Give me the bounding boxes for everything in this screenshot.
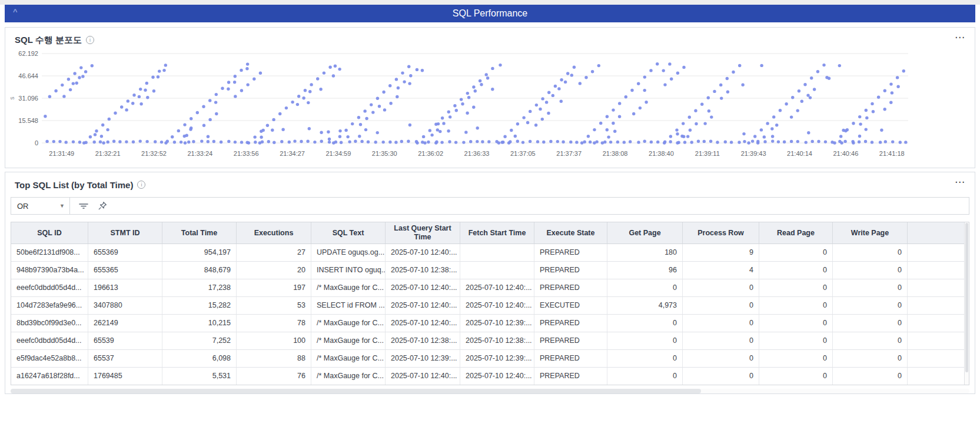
table-cell: e5f9dac4e52a8b8... [11,350,88,367]
y-axis-label: s [9,97,15,100]
svg-text:21:40:46: 21:40:46 [833,150,858,157]
table-cell: EXECUTED [534,297,607,314]
table-row[interactable]: 104d7283efa9e96...340788015,28253SELECT … [11,297,969,315]
column-header-write-page[interactable]: Write Page [833,222,908,243]
table-row[interactable]: 8bd39bc0f99d3e0...26214910,21578/* MaxGa… [11,315,969,332]
svg-text:21:41:18: 21:41:18 [879,150,905,157]
table-cell-filler [908,368,969,385]
table-cell: 180 [607,244,683,261]
table-cell: 262149 [88,315,162,332]
operator-select[interactable]: OR ▼ [11,198,70,214]
table-body: 50be6f2131df908...655369954,19727UPDATE … [11,244,969,385]
horizontal-scrollbar[interactable] [11,389,969,393]
table-cell: 2025-07-10 12:38:... [386,262,460,279]
table-cell: 0 [607,279,683,296]
column-header-get-page[interactable]: Get Page [607,222,683,243]
table-cell: 76 [237,368,311,385]
vertical-scrollbar[interactable] [964,222,969,385]
table-cell: 7,252 [162,332,237,349]
column-header-execute-state[interactable]: Execute State [534,222,607,243]
svg-text:21:31:49: 21:31:49 [49,150,74,157]
table-row[interactable]: eeefc0dbdd05d4d...655397,252100/* MaxGau… [11,332,969,350]
svg-text:21:36:02: 21:36:02 [418,150,443,157]
table-cell: 4 [683,262,759,279]
table-cell: 0 [607,368,683,385]
panel-menu-icon[interactable]: ⋯ [955,177,965,187]
table-panel-title: Top SQL List (by Total Time) [15,180,133,190]
column-header-process-row[interactable]: Process Row [683,222,759,243]
table-cell: /* MaxGauge for C... [311,315,386,332]
table-cell: /* MaxGauge for C... [311,350,386,367]
table-cell: PREPARED [534,279,607,296]
column-header-sql-text[interactable]: SQL Text [311,222,386,243]
table-cell: 15,282 [162,297,237,314]
top-sql-table: SQL IDSTMT IDTotal TimeExecutionsSQL Tex… [11,222,969,385]
table-cell: 2025-07-10 12:40:... [460,368,534,385]
table-cell: /* MaxGauge for C... [311,279,386,296]
panel-menu-icon[interactable]: ⋯ [955,32,965,42]
table-cell: 0 [833,368,908,385]
table-cell: 1769485 [88,368,162,385]
svg-text:21:37:37: 21:37:37 [556,150,582,157]
info-icon[interactable]: i [86,36,94,44]
table-row[interactable]: 50be6f2131df908...655369954,19727UPDATE … [11,244,969,262]
table-cell: 8bd39bc0f99d3e0... [11,315,88,332]
table-cell: 2025-07-10 12:39:... [460,315,534,332]
column-header-last-query-start-time[interactable]: Last Query Start Time [386,222,460,243]
table-cell: 197 [237,279,311,296]
table-cell: 2025-07-10 12:40:... [460,279,534,296]
table-cell: PREPARED [534,350,607,367]
table-row[interactable]: 948b97390a73b4a...655365848,67920INSERT … [11,262,969,279]
table-cell: 0 [607,315,683,332]
table-row[interactable]: a16247a618f28fd...17694855,53176/* MaxGa… [11,368,969,385]
table-row[interactable]: eeefc0dbdd05d4d...19661317,238197/* MaxG… [11,279,969,297]
table-cell: 50be6f2131df908... [11,244,88,261]
svg-text:21:34:27: 21:34:27 [280,150,305,157]
table-cell: UPDATE oguqs.og... [311,244,386,261]
table-cell: 0 [683,315,759,332]
table-cell: PREPARED [534,332,607,349]
table-cell: SELECT id FROM ... [311,297,386,314]
table-cell: 2025-07-10 12:40:... [386,368,460,385]
table-cell: 27 [237,244,311,261]
filter-icon[interactable] [78,201,89,211]
table-cell: 0 [759,368,833,385]
table-cell: 10,215 [162,315,237,332]
sql-performance-titlebar: ^ SQL Performance [5,5,975,22]
table-row[interactable]: e5f9dac4e52a8b8...655376,09888/* MaxGaug… [11,350,969,368]
table-cell: 2025-07-10 12:38:... [460,332,534,349]
table-cell: 2025-07-10 12:40:... [386,297,460,314]
table-cell: 9 [683,244,759,261]
table-cell: 0 [607,332,683,349]
svg-text:0: 0 [35,139,38,146]
table-cell: /* MaxGauge for C... [311,332,386,349]
svg-text:21:37:05: 21:37:05 [510,150,536,157]
table-cell: 0 [683,279,759,296]
info-icon[interactable]: i [137,181,145,189]
pin-icon[interactable] [97,201,108,211]
table-cell-filler [908,350,969,367]
table-cell [460,244,534,261]
table-cell: 655369 [88,244,162,261]
svg-text:21:40:14: 21:40:14 [787,150,812,157]
svg-text:21:32:52: 21:32:52 [141,150,167,157]
svg-text:15.548: 15.548 [18,117,38,124]
column-header-total-time[interactable]: Total Time [162,222,237,243]
table-cell: PREPARED [534,368,607,385]
table-cell: PREPARED [534,262,607,279]
column-header-fetch-start-time[interactable]: Fetch Start Time [460,222,534,243]
table-cell: 65537 [88,350,162,367]
column-header-executions[interactable]: Executions [237,222,311,243]
table-cell: 20 [237,262,311,279]
table-cell: a16247a618f28fd... [11,368,88,385]
collapse-caret-icon[interactable]: ^ [13,7,18,16]
table-cell: 0 [683,332,759,349]
table-cell: PREPARED [534,315,607,332]
table-cell: 104d7283efa9e96... [11,297,88,314]
table-cell-filler [908,279,969,296]
table-cell: eeefc0dbdd05d4d... [11,332,88,349]
column-header-stmt-id[interactable]: STMT ID [88,222,162,243]
column-header-sql-id[interactable]: SQL ID [11,222,88,243]
page-top-strip [0,0,980,5]
column-header-read-page[interactable]: Read Page [759,222,833,243]
